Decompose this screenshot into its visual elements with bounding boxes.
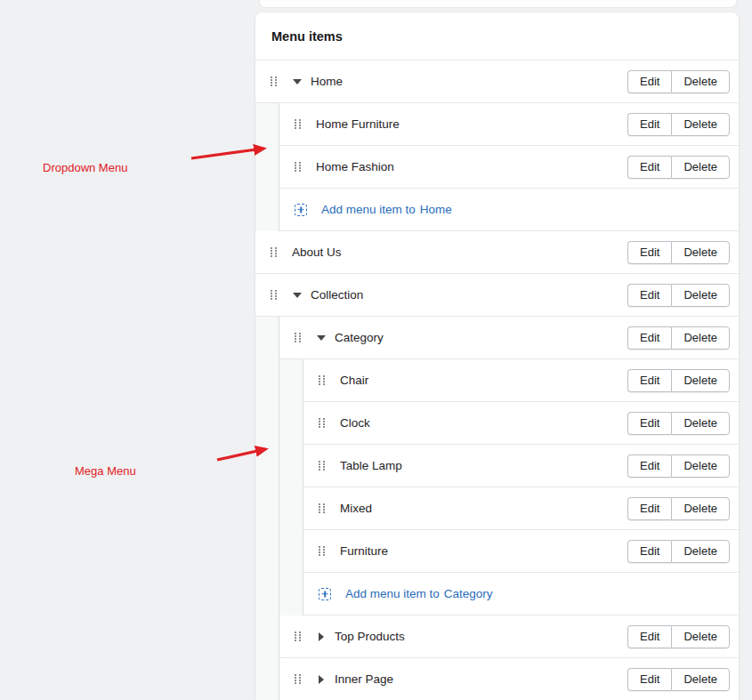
menu-row-table-lamp: Table Lamp Edit Delete <box>303 445 739 487</box>
delete-button[interactable]: Delete <box>671 113 730 136</box>
category-children-group: Chair Edit Delete Clock Edit Delete <box>303 359 739 616</box>
edit-button[interactable]: Edit <box>627 326 671 350</box>
row-actions: Edit Delete <box>627 326 730 350</box>
drag-handle-icon[interactable] <box>319 375 325 386</box>
row-actions: Edit Delete <box>627 668 730 691</box>
card-title: Menu items <box>271 29 343 44</box>
delete-button[interactable]: Delete <box>671 455 730 478</box>
menu-item-label: Home <box>311 75 343 88</box>
delete-button[interactable]: Delete <box>671 412 730 435</box>
caret-down-icon[interactable] <box>316 335 326 341</box>
drag-handle-icon[interactable] <box>295 333 301 343</box>
row-actions: Edit Delete <box>627 70 730 93</box>
menu-item-label: Top Products <box>335 630 405 643</box>
delete-button[interactable]: Delete <box>671 241 730 264</box>
menu-item-label: Table Lamp <box>340 459 402 472</box>
menu-item-label: Furniture <box>340 544 388 558</box>
menu-items-list: Home Edit Delete Home Furniture Edit Del… <box>255 60 739 700</box>
menu-row-inner-page: Inner Page Edit Delete <box>279 658 739 700</box>
row-actions: Edit Delete <box>627 625 730 648</box>
edit-button[interactable]: Edit <box>627 241 671 264</box>
drag-handle-icon[interactable] <box>295 674 301 685</box>
add-plus-icon <box>319 588 331 600</box>
row-actions: Edit Delete <box>627 540 730 563</box>
row-actions: Edit Delete <box>627 241 730 264</box>
drag-handle-icon[interactable] <box>319 418 325 429</box>
menu-item-label: Mixed <box>340 502 372 515</box>
home-children-group: Home Furniture Edit Delete Home Fashion … <box>279 103 739 231</box>
edit-button[interactable]: Edit <box>627 455 671 478</box>
menu-item-label: Collection <box>311 288 363 302</box>
caret-right-icon[interactable] <box>316 675 326 684</box>
drag-handle-icon[interactable] <box>295 119 301 130</box>
menu-row-category: Category Edit Delete <box>279 317 739 359</box>
edit-button[interactable]: Edit <box>627 540 671 563</box>
menu-row-about-us: About Us Edit Delete <box>255 231 739 274</box>
caret-right-icon[interactable] <box>316 632 326 641</box>
menu-item-label: About Us <box>292 245 342 259</box>
add-link-text: Add menu item to <box>345 587 440 600</box>
menu-row-home: Home Edit Delete <box>255 60 739 103</box>
edit-button[interactable]: Edit <box>627 70 671 93</box>
menu-row-collection: Collection Edit Delete <box>255 274 739 317</box>
menu-item-label: Home Fashion <box>316 160 394 173</box>
delete-button[interactable]: Delete <box>671 497 730 520</box>
row-actions: Edit Delete <box>627 113 730 136</box>
edit-button[interactable]: Edit <box>627 668 671 691</box>
row-actions: Edit Delete <box>627 455 730 478</box>
delete-button[interactable]: Delete <box>671 284 730 307</box>
edit-button[interactable]: Edit <box>627 625 671 648</box>
menu-row-chair: Chair Edit Delete <box>303 359 739 402</box>
caret-down-icon[interactable] <box>292 79 302 84</box>
dropdown-menu-annotation: Dropdown Menu <box>43 161 127 174</box>
menu-row-home-fashion: Home Fashion Edit Delete <box>279 146 739 189</box>
add-plus-icon <box>295 204 307 216</box>
menu-item-label: Clock <box>340 416 370 430</box>
menu-row-mixed: Mixed Edit Delete <box>303 487 739 530</box>
card-header: Menu items <box>255 12 739 60</box>
delete-button[interactable]: Delete <box>671 326 730 350</box>
drag-handle-icon[interactable] <box>319 461 325 471</box>
menu-row-top-products: Top Products Edit Delete <box>279 616 739 658</box>
collection-children-group: Category Edit Delete Chair Edit Delete <box>279 317 739 700</box>
drag-handle-icon[interactable] <box>295 162 301 173</box>
edit-button[interactable]: Edit <box>627 497 671 520</box>
add-link-target: Category <box>444 587 493 600</box>
menu-item-label: Category <box>335 331 384 344</box>
add-link-target: Home <box>420 203 452 216</box>
row-actions: Edit Delete <box>627 284 730 307</box>
drag-handle-icon[interactable] <box>319 546 325 557</box>
menu-items-card: Menu items Home Edit Delete Home Furnitu… <box>255 12 739 700</box>
add-link-text: Add menu item to <box>321 203 416 216</box>
delete-button[interactable]: Delete <box>671 70 730 93</box>
edit-button[interactable]: Edit <box>627 284 671 307</box>
edit-button[interactable]: Edit <box>627 156 671 179</box>
drag-handle-icon[interactable] <box>271 247 277 258</box>
add-menu-item-link[interactable]: Add menu item to Home <box>321 203 452 216</box>
edit-button[interactable]: Edit <box>627 113 671 136</box>
previous-card-bottom-edge <box>259 0 737 8</box>
drag-handle-icon[interactable] <box>295 632 301 642</box>
drag-handle-icon[interactable] <box>271 290 277 301</box>
menu-item-label: Home Furniture <box>316 117 400 131</box>
delete-button[interactable]: Delete <box>671 540 730 563</box>
drag-handle-icon[interactable] <box>271 76 277 87</box>
mega-menu-annotation: Mega Menu <box>75 464 136 478</box>
row-actions: Edit Delete <box>627 369 730 392</box>
delete-button[interactable]: Delete <box>671 369 730 392</box>
edit-button[interactable]: Edit <box>627 369 671 392</box>
add-menu-item-row-category[interactable]: Add menu item to Category <box>303 573 739 616</box>
row-actions: Edit Delete <box>627 412 730 435</box>
menu-item-label: Chair <box>340 374 368 387</box>
delete-button[interactable]: Delete <box>671 668 730 691</box>
caret-down-icon[interactable] <box>292 293 302 298</box>
row-actions: Edit Delete <box>627 497 730 520</box>
edit-button[interactable]: Edit <box>627 412 671 435</box>
delete-button[interactable]: Delete <box>671 156 730 179</box>
menu-item-label: Inner Page <box>335 672 393 686</box>
add-menu-item-link[interactable]: Add menu item to Category <box>345 587 493 600</box>
drag-handle-icon[interactable] <box>319 503 325 514</box>
menu-row-furniture: Furniture Edit Delete <box>303 530 739 573</box>
delete-button[interactable]: Delete <box>671 625 730 648</box>
add-menu-item-row-home[interactable]: Add menu item to Home <box>279 189 739 231</box>
